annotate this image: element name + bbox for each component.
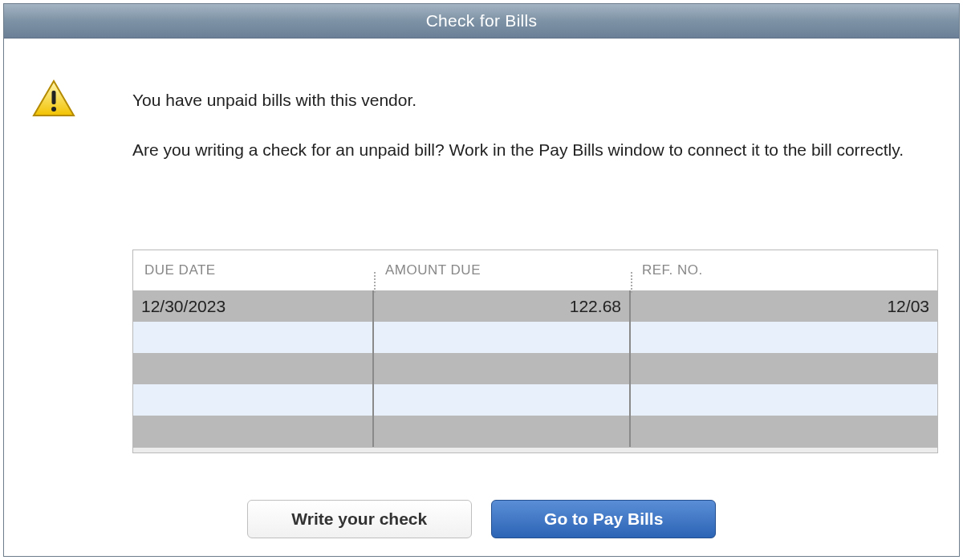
cell-ref-no (631, 322, 937, 353)
table-footer-strip (133, 447, 937, 452)
cell-due-date: 12/30/2023 (133, 290, 374, 322)
col-header-due-date[interactable]: DUE DATE (133, 262, 374, 278)
warning-icon (32, 79, 75, 121)
cell-ref-no (631, 384, 937, 416)
cell-amount-due: 122.68 (374, 290, 631, 322)
col-header-amount-due[interactable]: AMOUNT DUE (374, 262, 631, 278)
cell-amount-due (374, 416, 631, 447)
cell-due-date (133, 384, 374, 416)
dialog-window: Check for Bills You have unpaid bills wi… (3, 3, 960, 557)
cell-ref-no: 12/03 (631, 290, 937, 322)
cell-amount-due (374, 353, 631, 384)
table-row[interactable]: 12/30/2023 122.68 12/03 (133, 290, 937, 322)
write-your-check-button[interactable]: Write your check (247, 500, 472, 538)
table-row[interactable] (133, 353, 937, 384)
dialog-content: You have unpaid bills with this vendor. … (4, 38, 959, 556)
message-line-1: You have unpaid bills with this vendor. (132, 89, 923, 112)
dialog-button-bar: Write your check Go to Pay Bills (4, 500, 959, 538)
col-header-ref-no[interactable]: REF. NO. (631, 262, 937, 278)
go-to-pay-bills-button[interactable]: Go to Pay Bills (491, 500, 716, 538)
cell-due-date (133, 322, 374, 353)
dialog-titlebar: Check for Bills (4, 4, 959, 39)
cell-due-date (133, 416, 374, 447)
table-row[interactable] (133, 384, 937, 416)
cell-due-date (133, 353, 374, 384)
svg-rect-1 (52, 91, 56, 104)
message-line-2: Are you writing a check for an unpaid bi… (132, 139, 923, 161)
table-header-row: DUE DATE AMOUNT DUE REF. NO. (133, 250, 937, 290)
bills-table: DUE DATE AMOUNT DUE REF. NO. 12/30/2023 … (132, 250, 938, 453)
cell-amount-due (374, 384, 631, 416)
table-row[interactable] (133, 322, 937, 353)
dialog-title: Check for Bills (426, 11, 538, 30)
cell-ref-no (631, 416, 937, 447)
dialog-message: You have unpaid bills with this vendor. … (132, 89, 923, 189)
cell-amount-due (374, 322, 631, 353)
table-row[interactable] (133, 416, 937, 447)
svg-point-2 (51, 107, 56, 112)
cell-ref-no (631, 353, 937, 384)
